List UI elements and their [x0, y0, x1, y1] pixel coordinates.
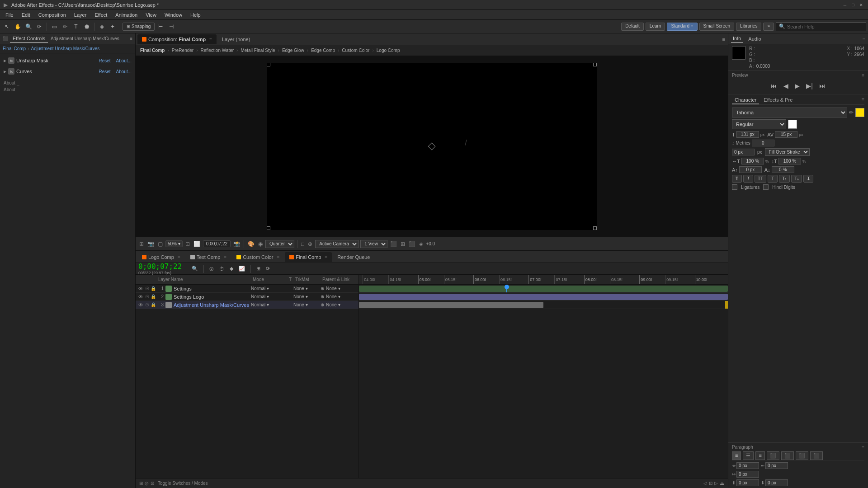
playhead[interactable] [506, 285, 507, 292]
tl-tab-custom[interactable]: Custom Color ≡ [232, 252, 284, 262]
toggle-switches-label[interactable]: Toggle Switches / Modes [158, 481, 208, 486]
para-indent-after-input[interactable] [765, 462, 788, 469]
comp-tab-close[interactable]: ≡ [209, 37, 212, 42]
shape-tool[interactable]: ▭ [49, 22, 59, 32]
char-color-swatch2[interactable] [788, 120, 797, 129]
para-space-after-input[interactable] [765, 479, 788, 486]
bc-customcolor[interactable]: Custom Color [340, 48, 371, 53]
char-tab-character[interactable]: Character [732, 96, 759, 104]
status-icon2[interactable]: ◎ [145, 481, 149, 486]
layer2-mode[interactable]: Normal ▾ [251, 294, 287, 299]
char-btn-T-strike[interactable]: T [803, 175, 813, 183]
char-btn-T-cap[interactable]: Tₐ [791, 175, 802, 183]
vc-pixel-icon[interactable]: ⬛ [408, 240, 416, 248]
tl-logo-close[interactable]: ≡ [178, 254, 180, 259]
rp-menu[interactable]: ≡ [863, 36, 865, 42]
ruler-row[interactable]: 04:00f 04:15f 05:00f 05:15f 06:00f 06:15… [359, 275, 728, 285]
maximize-button[interactable]: □ [850, 2, 856, 8]
rp-tab-info[interactable]: Info [731, 35, 743, 43]
orbit-tool[interactable]: ⟳ [34, 22, 44, 32]
menu-edit[interactable]: Edit [18, 11, 34, 19]
char-tsurname-input[interactable] [772, 166, 794, 173]
tl-blend-icon[interactable]: ⊞ [255, 265, 262, 272]
bc-edgeglow[interactable]: Edge Glow [280, 48, 306, 53]
effect-controls-tab[interactable]: Effect Controls [10, 35, 48, 43]
close-button[interactable]: ✕ [858, 2, 864, 8]
layer2-parent[interactable]: ⊕ None ▾ [321, 294, 357, 299]
menu-layer[interactable]: Layer [71, 11, 90, 19]
menu-animation[interactable]: Animation [112, 11, 141, 19]
menu-file[interactable]: File [2, 11, 17, 19]
bc-adjustment[interactable]: Adjustment Unsharp Mask/Curves [31, 46, 99, 51]
vc-color-icon[interactable]: 🎨 [247, 240, 255, 248]
workspace-default[interactable]: Default [621, 23, 644, 31]
tl-search-icon[interactable]: 🔍 [190, 265, 200, 272]
minimize-button[interactable]: ─ [842, 2, 848, 8]
menu-effect[interactable]: Effect [91, 11, 111, 19]
layer2-lock[interactable]: 🔒 [150, 294, 156, 299]
vc-camera2-icon[interactable]: 📸 [232, 240, 241, 248]
select-tool[interactable]: ↖ [2, 22, 12, 32]
status-scrollright[interactable]: ▷ [714, 481, 718, 486]
bc-prerender[interactable]: PreRender [170, 48, 195, 53]
vc-camera-dropdown[interactable]: Active Camera [315, 240, 359, 248]
ligatures-checkbox[interactable] [732, 184, 737, 190]
preview-play[interactable]: ▶ [793, 81, 802, 90]
char-btn-T2[interactable]: T [743, 175, 753, 183]
comp-tab-layer[interactable]: Layer (none) [217, 34, 255, 44]
tl-text-close[interactable]: ≡ [224, 254, 226, 259]
status-icon3[interactable]: ⊡ [151, 481, 154, 486]
char-stroke-input[interactable] [732, 149, 755, 155]
layer1-mode[interactable]: Normal ▾ [251, 286, 287, 291]
vc-snap-icon[interactable]: ⊞ [400, 240, 406, 248]
menu-view[interactable]: View [142, 11, 160, 19]
unsharp-reset[interactable]: Reset [99, 58, 110, 63]
vc-view-icon[interactable]: ▢ [157, 240, 164, 248]
char-baseline-input[interactable] [739, 166, 762, 173]
menu-composition[interactable]: Composition [35, 11, 70, 19]
para-align-left[interactable]: ≡ [732, 451, 741, 460]
vc-res-icon[interactable]: □ [300, 240, 305, 248]
rp-tab-audio[interactable]: Audio [746, 35, 763, 42]
brush-tool[interactable]: ⬟ [82, 22, 92, 32]
status-mountain[interactable]: ⛰ [720, 481, 724, 486]
tl-tab-text[interactable]: Text Comp ≡ [186, 252, 231, 262]
unsharp-about[interactable]: About... [116, 58, 132, 63]
para-align-center[interactable]: ☰ [743, 451, 754, 460]
vc-bg-icon[interactable]: ◉ [257, 240, 264, 248]
layer1-solo[interactable]: ☉ [144, 286, 150, 291]
layer3-solo[interactable]: ☉ [144, 302, 150, 307]
layer2-trkmat[interactable]: None ▾ [293, 294, 321, 299]
char-menu[interactable]: ≡ [862, 96, 864, 104]
vc-camera-icon[interactable]: 📷 [146, 240, 155, 248]
effect-curves-header[interactable]: ▶ fx Curves Reset About... [0, 67, 135, 76]
menu-help[interactable]: Help [187, 11, 204, 19]
tl-final-close[interactable]: ≡ [325, 254, 327, 259]
puppet-tool[interactable]: ✦ [108, 22, 118, 32]
para-first-input[interactable] [736, 471, 759, 478]
para-space-before-input[interactable] [736, 479, 759, 486]
tl-keyframe-icon[interactable]: ◆ [228, 265, 235, 272]
status-zoom-fit[interactable]: ⊡ [709, 481, 712, 486]
layer1-lock[interactable]: 🔒 [150, 286, 156, 291]
char-hscale-input[interactable] [741, 158, 764, 164]
char-fill-dropdown[interactable]: Fill Over Stroke [765, 148, 810, 156]
vc-timecode[interactable]: 0;00;07;22 [203, 240, 231, 247]
extra-btn[interactable]: ⊣ [166, 22, 176, 32]
preview-prev[interactable]: ◀ [782, 81, 790, 90]
tl-solo-icon[interactable]: ◎ [208, 265, 216, 272]
layer-row-3[interactable]: 👁 ☉ 🔒 3 Adjustment Unsharp Mask/Curves N… [136, 301, 359, 309]
snapping-button[interactable]: ⊞ Snapping [123, 23, 155, 31]
workspace-overflow[interactable]: » [763, 23, 774, 31]
char-pencil-icon[interactable]: ✏ [849, 109, 854, 116]
char-tab-effects[interactable]: Effects & Pre [761, 96, 795, 104]
menu-window[interactable]: Window [161, 11, 186, 19]
timeline-timecode[interactable]: 0;00;07;22 [138, 262, 188, 271]
preview-last[interactable]: ⏭ [817, 81, 827, 90]
workspace-small-screen[interactable]: Small Screen [699, 23, 734, 31]
char-style-dropdown[interactable]: Regular [732, 119, 786, 129]
layer3-visibility[interactable]: 👁 [137, 302, 144, 308]
vc-grid-icon[interactable]: ⊞ [138, 240, 145, 248]
effect-unsharp-mask-header[interactable]: ▶ fx Unsharp Mask Reset About... [0, 56, 135, 65]
para-justify-center[interactable]: ⬛ [781, 451, 794, 460]
